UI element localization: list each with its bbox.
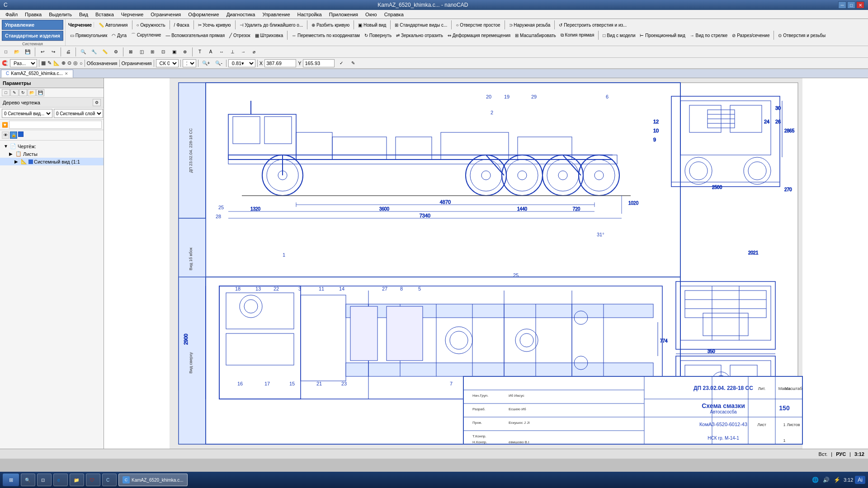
- btn-mirror[interactable]: ⇌ Зеркально отразить: [394, 30, 445, 40]
- tab-main[interactable]: C KamAZ_6520_khimka.c... ✕: [1, 70, 73, 78]
- tb-text2[interactable]: A: [206, 47, 216, 57]
- menu-item-диагностика[interactable]: Диагностика: [223, 11, 259, 18]
- btn-rect[interactable]: ▭ Прямоугольник: [68, 30, 109, 40]
- btn-hatch[interactable]: ▦ Штриховка: [253, 30, 285, 40]
- menu-item-управление[interactable]: Управление: [259, 11, 293, 18]
- btn-hole-simple[interactable]: ○ Отверстие простое: [454, 20, 502, 30]
- btn-autoline[interactable]: 📏 Автолиния: [97, 20, 129, 30]
- tray-network-icon[interactable]: 🌐: [811, 475, 820, 484]
- tb-prop4[interactable]: ⚙: [111, 47, 121, 57]
- view-dropdown-left[interactable]: 0 Системный вид...: [2, 109, 52, 118]
- tree-item-sysview[interactable]: ▶ 📐 Системный вид (1:1: [0, 158, 104, 165]
- btn-trim[interactable]: ✂ Усечь кривую: [196, 20, 233, 30]
- taskbar-btn-edge[interactable]: e: [53, 474, 68, 486]
- taskbar-btn-taskview[interactable]: ⊡: [37, 474, 52, 486]
- menu-item-оформление[interactable]: Оформление: [184, 11, 222, 18]
- btn-fillet[interactable]: ⌒ Скругление: [129, 30, 163, 40]
- btn-management[interactable]: Управление: [2, 20, 63, 30]
- btn-segment[interactable]: ╱ Отрезок: [227, 30, 252, 40]
- left-tb-btn4[interactable]: 📂: [28, 89, 36, 96]
- taskbar-active-window[interactable]: C KamAZ_6520_khimka.c...: [118, 474, 188, 486]
- tab-close-btn[interactable]: ✕: [65, 71, 68, 76]
- btn-projview[interactable]: ⊢ Проекционный вид: [638, 30, 687, 40]
- btn-scale[interactable]: ⊞ Масштабировать: [513, 30, 558, 40]
- y-coord[interactable]: 165.93: [303, 59, 335, 67]
- btn-viewarrow[interactable]: → Вид по стрелке: [688, 30, 730, 40]
- menu-item-вставка[interactable]: Вставка: [92, 11, 118, 18]
- minimize-btn[interactable]: ─: [838, 1, 846, 9]
- tb-view1[interactable]: ⊠: [126, 47, 136, 57]
- left-tb-btn1[interactable]: □: [2, 89, 10, 96]
- layer-dropdown-left[interactable]: 0 Системный слой: [54, 109, 103, 118]
- btn-rebuild[interactable]: ↺ Перестроить отверстия и из...: [557, 20, 628, 30]
- btn-split[interactable]: ⊕ Разбить кривую: [310, 20, 351, 30]
- tb-save[interactable]: 💾: [23, 47, 33, 57]
- tb-undo[interactable]: ↩: [38, 47, 47, 57]
- btn-std-products[interactable]: Стандартные изделия: [2, 31, 63, 41]
- coord-confirm-btn[interactable]: ✓: [336, 58, 346, 68]
- coord-edit-btn[interactable]: ✎: [348, 58, 358, 68]
- tray-power-icon[interactable]: ⚡: [833, 475, 842, 484]
- btn-holes-threads[interactable]: ⊙ Отверстия и резьбы: [776, 30, 827, 40]
- taskbar-btn-antivirus[interactable]: 🛡: [86, 474, 100, 486]
- tb-view3[interactable]: ⊞: [147, 47, 157, 57]
- taskbar-btn-explorer[interactable]: 📁: [70, 474, 84, 486]
- btn-helper-line[interactable]: — Вспомогательная прямая: [164, 30, 226, 40]
- left-tb-btn3[interactable]: ↻: [19, 89, 27, 96]
- close-btn[interactable]: ✕: [856, 1, 864, 9]
- x-coord[interactable]: 387.69: [264, 59, 296, 67]
- maximize-btn[interactable]: □: [847, 1, 855, 9]
- tb-view6[interactable]: ⊕: [180, 47, 190, 57]
- btn-arc[interactable]: ◠ Дуга: [110, 30, 128, 40]
- tb-view4[interactable]: ⊡: [158, 47, 168, 57]
- tb-new[interactable]: □: [1, 47, 11, 57]
- tb-text1[interactable]: T: [195, 47, 205, 57]
- menu-item-окно[interactable]: Окно: [362, 11, 381, 18]
- btn-frommodel[interactable]: □ Вид с модели: [601, 30, 637, 40]
- vis-eye-btn[interactable]: 👁: [2, 131, 9, 139]
- taskbar-btn-search[interactable]: 🔍: [21, 474, 35, 486]
- snap-dropdown[interactable]: Раз...: [10, 59, 37, 67]
- scale-dropdown[interactable]: СК 0: [156, 59, 179, 67]
- btn-trim2[interactable]: ⊣ Удалить до ближайшего о...: [238, 20, 305, 30]
- tb-prop3[interactable]: 📏: [100, 47, 110, 57]
- tb-text4[interactable]: ⊥: [227, 47, 237, 57]
- btn-circle[interactable]: ○ Окружность: [135, 20, 167, 30]
- btn-newview[interactable]: ▣ Новый вид: [356, 20, 388, 30]
- btn-stdviews[interactable]: ⊞ Стандартные виды с...: [393, 20, 449, 30]
- drawing-area[interactable]: ДП 23.02.04. 228-18 СС Вид 1б вбок Вид 1…: [104, 78, 868, 449]
- zoom-in-btn[interactable]: 🔍+: [200, 58, 212, 68]
- start-button[interactable]: ⊞: [3, 474, 19, 486]
- tb-redo[interactable]: ↪: [48, 47, 58, 57]
- left-tb-btn5[interactable]: 💾: [36, 89, 44, 96]
- taskbar-btn-nanocad[interactable]: C: [102, 474, 117, 486]
- vis-lock-btn[interactable]: 🔒: [10, 131, 17, 139]
- menu-item-приложения[interactable]: Приложения: [326, 11, 362, 18]
- tb-view5[interactable]: ▣: [169, 47, 179, 57]
- left-tb-btn2[interactable]: ✎: [10, 89, 19, 96]
- tree-item-drawing[interactable]: ▼ 📄 Чертёж:: [0, 142, 104, 150]
- tb-text3[interactable]: ↔: [217, 47, 226, 57]
- menu-item-выделить[interactable]: Выделить: [45, 11, 75, 18]
- zoom-out-btn[interactable]: 🔍-: [213, 58, 224, 68]
- tb-text5[interactable]: →: [238, 47, 248, 57]
- tb-prop2[interactable]: 🔧: [89, 47, 99, 57]
- menu-item-правка[interactable]: Правка: [21, 11, 45, 18]
- tb-text6[interactable]: ⌀: [249, 47, 259, 57]
- tree-gear-btn[interactable]: ⚙: [93, 99, 101, 106]
- tb-prop1[interactable]: 🔍: [78, 47, 88, 57]
- tb-open[interactable]: 📂: [12, 47, 22, 57]
- zoom-dropdown[interactable]: 0.81▾: [228, 59, 255, 67]
- btn-deform[interactable]: ⇔ Деформация перемещения: [446, 30, 512, 40]
- tree-item-sheets[interactable]: ▶ 📋 Листы: [0, 150, 104, 158]
- btn-move[interactable]: ↔ Переместить по координатам: [290, 30, 362, 40]
- taskbar-time[interactable]: 3:12: [844, 477, 853, 483]
- tb-print[interactable]: 🖨: [63, 47, 73, 57]
- btn-rotate[interactable]: ↻ Повернуть: [363, 30, 393, 40]
- menu-item-файл[interactable]: Файл: [2, 11, 21, 18]
- menu-item-ограничения[interactable]: Ограничения: [147, 11, 184, 18]
- btn-copy[interactable]: ⧉ Копия прямая: [559, 30, 596, 40]
- btn-section[interactable]: ⊘ Разрез/сечение: [730, 30, 771, 40]
- tray-volume-icon[interactable]: 🔊: [822, 475, 831, 484]
- btn-ext-thread[interactable]: ⊃ Наружная резьба: [507, 20, 552, 30]
